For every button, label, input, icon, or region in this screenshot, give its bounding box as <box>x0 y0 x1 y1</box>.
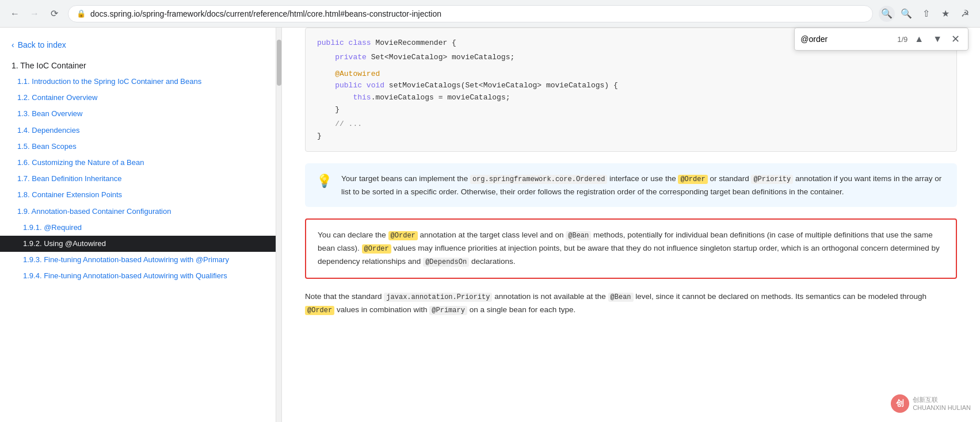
code-line-7: // ... <box>317 118 945 131</box>
find-input[interactable] <box>800 34 893 44</box>
reload-button[interactable]: ⟳ <box>46 6 62 22</box>
bp-text3: level, since it cannot be declared on me… <box>634 292 927 301</box>
search-lens-button[interactable]: 🔍 <box>879 6 895 22</box>
share-button[interactable]: ⇧ <box>918 6 934 22</box>
sidebar-item-1-9-3[interactable]: 1.9.3. Fine-tuning Annotation-based Auto… <box>0 252 276 268</box>
back-to-index-link[interactable]: ‹ Back to index <box>0 37 276 57</box>
back-chevron-icon: ‹ <box>12 40 14 49</box>
sidebar-scrolltrack[interactable] <box>276 28 282 422</box>
address-bar[interactable]: 🔒 docs.spring.io/spring-framework/docs/c… <box>68 5 873 22</box>
info-text: Your target beans can implement the org.… <box>341 172 945 198</box>
find-prev-button[interactable]: ▲ <box>912 33 926 45</box>
sidebar-item-1-9[interactable]: 1.9. Annotation-based Container Configur… <box>0 204 276 220</box>
sidebar-scrollthumb[interactable] <box>277 40 281 86</box>
code-line-2: private Set<MovieCatalog> movieCatalogs; <box>317 52 945 64</box>
bottom-paragraph: Note that the standard javax.annotation.… <box>305 290 957 317</box>
forward-button[interactable]: → <box>26 6 43 22</box>
code-line-3: @Autowired <box>317 68 945 80</box>
sidebar: ‹ Back to index 1. The IoC Container 1.1… <box>0 28 276 422</box>
browser-chrome: ← → ⟳ 🔒 docs.spring.io/spring-framework/… <box>0 0 980 28</box>
find-next-button[interactable]: ▼ <box>931 33 944 45</box>
sidebar-item-1-9-1[interactable]: 1.9.1. @Required <box>0 220 276 236</box>
tip-icon: 💡 <box>317 174 332 189</box>
highlight-box: You can declare the @Order annotation at… <box>305 218 957 279</box>
sidebar-item-1-9-4[interactable]: 1.9.4. Fine-tuning Annotation-based Auto… <box>0 268 276 284</box>
hp-code2: @Bean <box>566 231 591 240</box>
info-box: 💡 Your target beans can implement the or… <box>305 163 957 207</box>
info-code-1: org.springframework.core.Ordered <box>470 175 607 184</box>
code-line-5: this.movieCatalogs = movieCatalogs; <box>317 92 945 104</box>
lock-icon: 🔒 <box>77 9 86 18</box>
sidebar-section-title: 1. The IoC Container <box>0 57 276 74</box>
sidebar-item-1-5[interactable]: 1.5. Bean Scopes <box>0 139 276 155</box>
bp-text1: Note that the standard <box>305 292 384 301</box>
bp-text4: values in combination with <box>334 305 429 314</box>
sidebar-item-1-8[interactable]: 1.8. Container Extension Points <box>0 187 276 203</box>
bp-text5: on a single bean for each type. <box>467 305 575 314</box>
hp-text2: annotation at the target class level and… <box>418 231 566 239</box>
find-count: 1/9 <box>897 35 907 44</box>
back-button[interactable]: ← <box>7 6 23 22</box>
watermark-logo: 创 <box>891 394 909 413</box>
hp-code3: @Order <box>362 244 391 254</box>
bp-code4: @Primary <box>429 306 467 315</box>
find-button[interactable]: 🔍 <box>898 6 914 22</box>
sidebar-item-1-2[interactable]: 1.2. Container Overview <box>0 90 276 106</box>
bookmark-button[interactable]: ★ <box>937 6 954 22</box>
code-line-8: } <box>317 131 945 143</box>
sidebar-item-1-3[interactable]: 1.3. Bean Overview <box>0 106 276 122</box>
bp-code3: @Order <box>305 306 334 315</box>
code-line-4: public void setMovieCatalogs(Set<MovieCa… <box>317 80 945 92</box>
main-layout: ‹ Back to index 1. The IoC Container 1.1… <box>0 28 980 422</box>
nav-buttons: ← → ⟳ <box>7 6 62 22</box>
hp-code4: @DependsOn <box>423 258 469 267</box>
hp-text1: You can declare the <box>318 231 388 239</box>
watermark-text: 创新互联 CHUANXIN HULIAN <box>913 396 971 412</box>
info-code-3: @Priority <box>751 175 793 184</box>
hp-text4: values may influence priorities at injec… <box>318 244 940 266</box>
info-code-2: @Order <box>678 175 707 184</box>
find-bar: 1/9 ▲ ▼ ✕ <box>794 28 968 51</box>
code-line-6: } <box>317 104 945 116</box>
browser-actions: 🔍 🔍 ⇧ ★ ☭ <box>879 6 973 22</box>
bp-text2: annotation is not available at the <box>492 292 608 301</box>
bp-code2: @Bean <box>608 293 634 302</box>
sidebar-item-1-7[interactable]: 1.7. Bean Definition Inheritance <box>0 171 276 187</box>
bp-code1: javax.annotation.Priority <box>384 293 492 302</box>
extensions-button[interactable]: ☭ <box>957 6 973 22</box>
sidebar-item-1-4[interactable]: 1.4. Dependencies <box>0 122 276 139</box>
watermark: 创 创新互联 CHUANXIN HULIAN <box>891 394 971 413</box>
sidebar-item-1-1[interactable]: 1.1. Introduction to the Spring IoC Cont… <box>0 74 276 90</box>
hp-text5: declarations. <box>469 257 515 266</box>
find-close-button[interactable]: ✕ <box>949 32 962 47</box>
sidebar-item-1-6[interactable]: 1.6. Customizing the Nature of a Bean <box>0 155 276 171</box>
url-text: docs.spring.io/spring-framework/docs/cur… <box>90 9 864 18</box>
sidebar-item-1-9-2[interactable]: 1.9.2. Using @Autowired <box>0 236 276 252</box>
hp-code1: @Order <box>388 231 418 240</box>
content-area: public class MovieRecommender { private … <box>282 28 980 422</box>
